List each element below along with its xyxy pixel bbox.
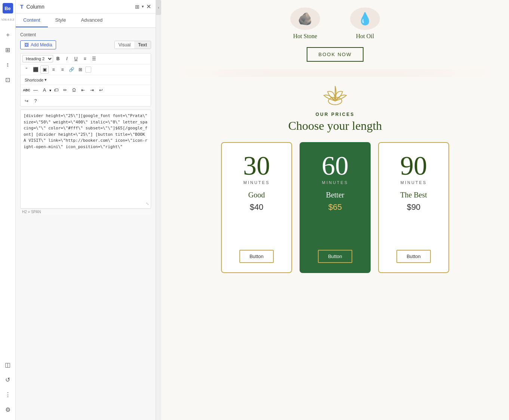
price-30: $40 (250, 202, 264, 212)
redo-button[interactable]: ↪ (22, 97, 31, 105)
undo-button[interactable]: ↩ (97, 86, 105, 94)
content-section-label: Content (20, 32, 151, 37)
abc-button[interactable]: ABC (22, 86, 31, 94)
italic-button[interactable]: I (63, 55, 71, 63)
layout-icon[interactable]: ⊞ (2, 44, 14, 56)
indent-button[interactable]: ⇤ (79, 86, 87, 94)
font-color-button[interactable]: A (40, 86, 49, 94)
resize-handle[interactable]: ⤡ (146, 201, 149, 206)
price-60: $65 (328, 202, 342, 212)
align-right-button[interactable]: ≡ (58, 65, 67, 74)
visual-view-button[interactable]: Visual (115, 41, 134, 49)
panel-header-right: ⊞ ▾ ✕ (135, 3, 151, 10)
left-sidebar: Be V26.4.0.2 ＋ ⊞ ↕ ⊡ ◫ ↺ ⋮ ⚙ (0, 0, 16, 420)
quality-90: The Best (400, 191, 427, 199)
minutes-30-label: MINUTES (243, 180, 270, 185)
lotus-icon (320, 84, 350, 108)
shortcode-label: Shortcode (25, 78, 43, 82)
blockquote-button[interactable]: " (22, 65, 31, 74)
layers-icon[interactable]: ◫ (2, 359, 14, 371)
add-media-button[interactable]: 🖼 Add Media (20, 40, 56, 49)
shortcode-dropdown-icon: ▾ (45, 77, 47, 82)
minutes-90-label: MINUTES (401, 180, 427, 185)
pricing-card-30: 30 MINUTES Good $40 Button (221, 142, 292, 273)
panel-header: T Column ⊞ ▾ ✕ (16, 0, 156, 13)
view-toggle: Visual Text (114, 41, 151, 49)
hot-oil-icon: 💧 (350, 7, 380, 30)
unordered-list-button[interactable]: ≡ (81, 55, 89, 63)
book-now-button[interactable]: BOOK NOW (307, 47, 364, 62)
pricing-card-90: 90 MINUTES The Best $90 Button (378, 142, 449, 273)
text-view-button[interactable]: Text (134, 41, 151, 49)
price-90: $90 (407, 202, 421, 212)
move-icon[interactable]: ↕ (2, 59, 14, 71)
hot-stone-label: Hot Stone (293, 33, 317, 40)
panel-title: Column (27, 4, 45, 10)
tab-content[interactable]: Content (16, 13, 48, 27)
omega-button[interactable]: Ω (70, 86, 78, 94)
panel-grid-icon[interactable]: ⊞ (135, 4, 139, 10)
text-editor-area[interactable]: [divider height=\"25\"][google_font font… (20, 110, 151, 209)
button-60[interactable]: Button (318, 250, 352, 263)
panel-close-icon[interactable]: ✕ (146, 3, 151, 10)
media-row: 🖼 Add Media Visual Text (20, 40, 151, 49)
panel-type-icon: T (20, 4, 24, 10)
service-hot-stone: 🪨 Hot Stone (290, 7, 320, 40)
settings-icon[interactable]: ⚙ (2, 404, 14, 416)
editor-toolbar: Heading 2 Heading 1 Heading 3 Paragraph … (20, 53, 151, 107)
panel-header-left: T Column (20, 4, 45, 10)
history-icon[interactable]: ↺ (2, 374, 14, 386)
font-color-dropdown-icon[interactable]: ▾ (49, 88, 51, 92)
sliders-icon[interactable]: ⋮ (2, 389, 14, 401)
panel-content: Content 🖼 Add Media Visual Text Heading … (16, 28, 156, 420)
services-row: 🪨 Hot Stone 💧 Hot Oil (169, 7, 502, 40)
hot-stone-icon: 🪨 (290, 7, 320, 30)
pages-icon[interactable]: ⊡ (2, 74, 14, 86)
button-30[interactable]: Button (239, 250, 274, 263)
minutes-60-label: MINUTES (322, 180, 349, 185)
minutes-30-num: 30 (243, 152, 270, 179)
service-hot-oil: 💧 Hot Oil (350, 7, 380, 40)
minutes-60-num: 60 (322, 152, 349, 179)
svg-point-1 (334, 97, 336, 99)
ordered-list-button[interactable]: ☰ (90, 55, 98, 63)
version-label: V26.4.0.2 (1, 18, 14, 21)
align-left-button[interactable]: ⬛ (31, 65, 40, 74)
add-media-label: Add Media (31, 42, 52, 47)
prices-section: OUR PRICES Choose your length 30 MINUTES… (169, 84, 502, 273)
button-90[interactable]: Button (396, 250, 431, 263)
media-insert-button[interactable]: 🏷 (52, 86, 60, 94)
pricing-card-60: 60 MINUTES Better $65 Button (300, 142, 371, 273)
editor-panel: T Column ⊞ ▾ ✕ Content Style Advanced Co… (16, 0, 156, 420)
panel-dropdown-icon[interactable]: ▾ (142, 4, 144, 9)
table-button[interactable]: ⊞ (76, 65, 85, 74)
collapse-panel-arrow[interactable]: ‹ (156, 0, 161, 15)
heading-select[interactable]: Heading 2 Heading 1 Heading 3 Paragraph (22, 55, 53, 62)
tab-style[interactable]: Style (48, 13, 74, 27)
toolbar-row-2: " ⬛ ▣ ≡ ≡ 🔗 ⊞ (21, 64, 151, 75)
quality-60: Better (326, 191, 344, 199)
pencil-button[interactable]: ✏ (61, 86, 69, 94)
help-button[interactable]: ? (31, 97, 40, 105)
bold-button[interactable]: B (54, 55, 62, 63)
toolbar-row-4: ABC — A ▾ 🏷 ✏ Ω ⇤ ⇥ ↩ (21, 85, 151, 96)
toolbar-row-5: ↪ ? (21, 96, 151, 106)
dash-button[interactable]: — (31, 86, 40, 94)
wave-divider (169, 69, 502, 77)
brand-logo[interactable]: Be (3, 3, 13, 13)
underline-button[interactable]: U (72, 55, 80, 63)
add-element-icon[interactable]: ＋ (2, 29, 14, 41)
toolbar-row-1: Heading 2 Heading 1 Heading 3 Paragraph … (21, 53, 151, 64)
add-media-icon: 🖼 (24, 42, 29, 47)
align-center-box[interactable]: ▣ (40, 65, 49, 74)
shortcode-button[interactable]: Shortcode ▾ (22, 76, 49, 83)
link-button[interactable]: 🔗 (67, 65, 76, 74)
panel-tabs: Content Style Advanced (16, 13, 156, 28)
tab-advanced[interactable]: Advanced (73, 13, 110, 27)
toolbar-row-3: Shortcode ▾ (21, 75, 151, 85)
color-box[interactable] (85, 67, 91, 73)
editor-status-bar: H2 » SPAN (20, 209, 151, 215)
spa-page: 🪨 Hot Stone 💧 Hot Oil BOOK NOW (161, 0, 509, 420)
align-center-button[interactable]: ≡ (49, 65, 58, 74)
outdent-button[interactable]: ⇥ (88, 86, 96, 94)
